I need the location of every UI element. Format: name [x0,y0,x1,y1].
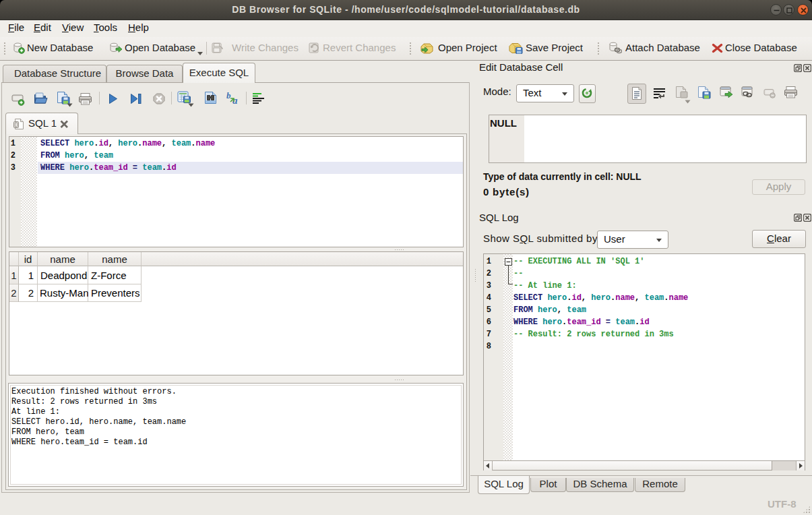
svg-text:b: b [226,91,231,100]
